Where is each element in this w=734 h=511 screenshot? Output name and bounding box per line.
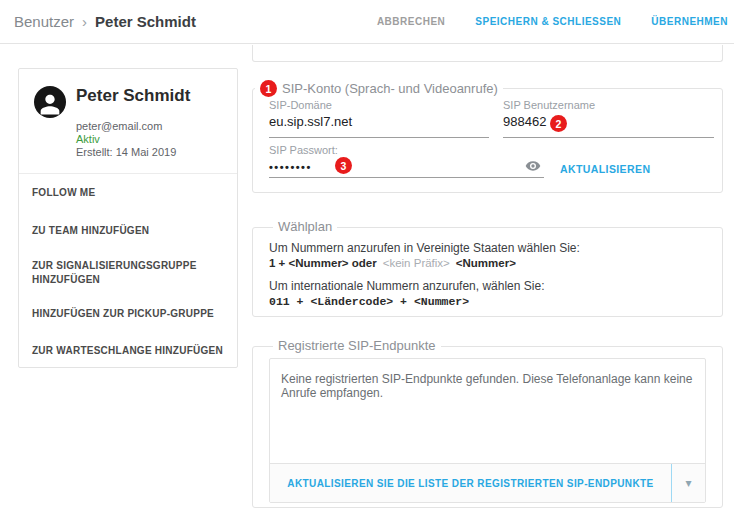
sip-domain-label: SIP-Domäne <box>269 99 332 111</box>
annotation-badge-1: 1 <box>260 80 277 97</box>
dialplan-intl-instruction: Um internationale Nummern anzurufen, wäh… <box>269 279 544 293</box>
sip-username-underline <box>503 137 714 138</box>
sidebar-item-follow-me[interactable]: FOLLOW ME <box>32 186 226 200</box>
page-title: Peter Schmidt <box>95 13 196 30</box>
user-name: Peter Schmidt <box>76 86 190 106</box>
scrolled-section-remnant <box>252 45 723 62</box>
user-email: peter@email.com <box>76 120 162 132</box>
dialplan-us-pattern-muted: <kein Präfix> <box>383 257 450 269</box>
dialplan-legend: Wählplan <box>273 219 337 234</box>
save-close-button[interactable]: SPEICHERN & SCHLIESSEN <box>475 16 621 27</box>
breadcrumb: Benutzer › Peter Schmidt <box>0 13 196 30</box>
header-actions: ABBRECHEN SPEICHERN & SCHLIESSEN ÜBERNEH… <box>377 16 734 27</box>
sip-password-field[interactable]: •••••••• <box>269 161 312 173</box>
user-detail-page: Benutzer › Peter Schmidt ABBRECHEN SPEIC… <box>0 0 734 511</box>
apply-button[interactable]: ÜBERNEHMEN <box>651 16 728 27</box>
sip-username-field[interactable]: 988462 <box>503 114 546 129</box>
sip-username-label: SIP Benutzername <box>503 99 595 111</box>
sip-endpoints-list: Keine registrierten SIP-Endpunkte gefund… <box>269 358 706 503</box>
eye-icon <box>525 158 541 174</box>
sidebar-item-add-to-queue[interactable]: ZUR WARTESCHLANGE HINZUFÜGEN <box>32 344 226 358</box>
dialplan-us-instruction: Um Nummern anzurufen in Vereinigte Staat… <box>269 241 580 255</box>
annotation-badge-2: 2 <box>550 115 567 132</box>
profile-card: Peter Schmidt peter@email.com Aktiv Erst… <box>18 68 238 368</box>
chevron-down-icon: ▾ <box>685 476 691 490</box>
sip-account-section: 1 SIP-Konto (Sprach- und Videoanrufe) SI… <box>252 88 723 193</box>
refresh-endpoints-button[interactable]: AKTUALISIEREN SIE DIE LISTE DER REGISTRI… <box>270 478 671 489</box>
sip-endpoints-section: Registrierte SIP-Endpunkte Keine registr… <box>252 346 723 508</box>
dialplan-us-pattern-end: <Nummer> <box>456 257 516 269</box>
divider <box>19 173 237 174</box>
dialplan-us-pattern-start: 1 + <Nummer> oder <box>269 257 377 269</box>
chevron-right-icon: › <box>82 14 87 29</box>
sidebar-item-add-to-team[interactable]: ZU TEAM HINZUFÜGEN <box>32 224 226 238</box>
sidebar-item-add-to-signaling-group[interactable]: ZUR SIGNALISIERUNGSGRUPPE HINZUFÜGEN <box>32 259 226 287</box>
sip-password-underline <box>269 177 544 178</box>
empty-endpoints-message: Keine registrierten SIP-Endpunkte gefund… <box>281 372 695 400</box>
dialplan-us-pattern: 1 + <Nummer> oder <kein Präfix> <Nummer> <box>269 257 516 269</box>
person-icon <box>36 90 64 118</box>
sidebar-item-add-to-pickup-group[interactable]: HINZUFÜGEN ZUR PICKUP-GRUPPE <box>32 307 226 321</box>
breadcrumb-users-link[interactable]: Benutzer <box>14 13 74 30</box>
update-password-button[interactable]: AKTUALISIEREN <box>560 163 650 175</box>
cancel-button[interactable]: ABBRECHEN <box>377 16 445 27</box>
header-bar: Benutzer › Peter Schmidt ABBRECHEN SPEIC… <box>0 0 734 44</box>
dialplan-intl-pattern: 011 + <Ländercode> + <Nummer> <box>269 295 469 308</box>
sip-endpoints-legend: Registrierte SIP-Endpunkte <box>273 338 441 353</box>
dialplan-section: Wählplan Um Nummern anzurufen in Vereini… <box>252 227 723 317</box>
avatar <box>34 86 66 118</box>
sip-domain-field[interactable]: eu.sip.ssl7.net <box>269 114 352 129</box>
annotation-badge-3: 3 <box>335 157 352 174</box>
sip-password-label: SIP Passwort: <box>269 144 338 156</box>
created-date: Erstellt: 14 Mai 2019 <box>76 146 176 158</box>
sip-account-legend: 1 SIP-Konto (Sprach- und Videoanrufe) <box>255 80 503 97</box>
sip-domain-underline <box>269 137 489 138</box>
sip-account-legend-text: SIP-Konto (Sprach- und Videoanrufe) <box>282 81 498 96</box>
refresh-endpoints-bar: AKTUALISIEREN SIE DIE LISTE DER REGISTRI… <box>270 463 705 502</box>
refresh-dropdown-button[interactable]: ▾ <box>671 464 705 502</box>
status-badge: Aktiv <box>76 133 100 145</box>
show-password-button[interactable] <box>525 158 541 174</box>
